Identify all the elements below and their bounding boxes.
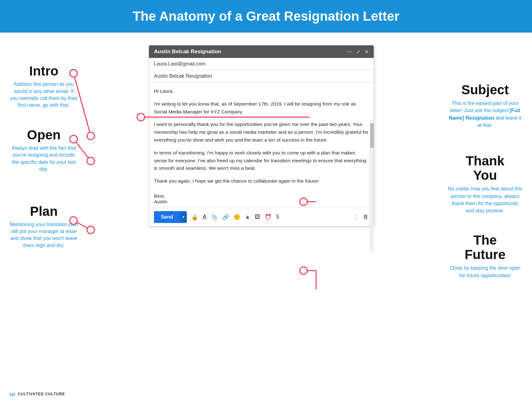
formatting-icon[interactable]: A [202,214,207,220]
future-label: The Future [448,233,523,262]
email-window: Austin Belcak Resignation — ⤢ ✕ Laura.La… [149,45,374,226]
email-para-2: I want to personally thank you for the o… [154,121,369,144]
logo-name: CULTIVATED CULTURE [18,392,65,396]
minimize-icon[interactable]: — [347,49,352,55]
email-subject-field[interactable]: Austin Belcak Resignation [149,70,374,82]
attach-icon[interactable]: 📎 [211,214,218,221]
scrollbar-thumb[interactable] [370,123,374,148]
close-icon[interactable]: ✕ [365,49,369,55]
logo-area: ∞ CULTIVATED CULTURE [9,389,65,399]
subject-label: Subject [448,83,523,97]
email-para-1: I'm writing to let you know that, as of … [154,100,369,116]
drive-icon[interactable]: ▲ [245,214,250,220]
email-title: Austin Belcak Resignation [154,49,221,55]
email-controls: — ⤢ ✕ [347,49,369,55]
email-para-4: Thank you again, I hope we get the chanc… [154,177,369,185]
right-sidebar: Subject This is the easiest part of your… [441,45,523,399]
subject-desc: This is the easiest part of your letter!… [448,100,523,129]
email-body-area: Hi Laura, I'm writing to let you know th… [149,82,374,208]
send-btn-group[interactable]: Send ▾ [154,211,187,223]
left-sidebar: Intro Address this person as you would i… [9,45,81,399]
scrollbar[interactable] [370,120,374,252]
svg-point-16 [300,267,307,274]
page-title: The Anatomy of a Great Resignation Lette… [6,9,526,24]
email-subject-value: Austin Belcak Resignation [154,73,212,79]
thankyou-section: Thank You No matter how you feel about t… [448,154,523,214]
subject-desc-plain: This is the easiest part of your letter!… [450,101,519,113]
email-body: Hi Laura, I'm writing to let you know th… [149,82,374,193]
link-icon[interactable]: 🔗 [222,214,229,221]
email-titlebar: Austin Belcak Resignation — ⤢ ✕ [149,45,374,58]
svg-point-2 [87,132,95,140]
email-toolbar: Send ▾ 🔒 A 📎 🔗 🙂 ▲ 🖼 ⏰ $ ⋮ 🗑 [149,208,374,226]
email-greeting: Hi Laura, [154,87,369,95]
more-icon[interactable]: ⋮ [353,214,359,221]
maximize-icon[interactable]: ⤢ [356,49,360,55]
email-to-value: Laura.Last@gmail.com [154,61,206,66]
trash-icon[interactable]: 🗑 [363,214,369,220]
intro-desc: Address this person as you would in any … [9,81,78,109]
thankyou-desc: No matter how you feel about this person… [448,185,523,214]
intro-label: Intro [9,64,78,78]
center-area: Austin Belcak Resignation — ⤢ ✕ Laura.La… [81,45,441,399]
plan-desc: Mentioning your transition plan will put… [9,221,78,249]
plan-label: Plan [9,204,78,219]
security-icon[interactable]: 🔒 [191,214,198,221]
send-button[interactable]: Send [154,211,180,223]
plan-section: Plan Mentioning your transition plan wil… [9,204,78,249]
dollar-icon[interactable]: $ [276,214,279,220]
svg-point-5 [87,157,95,165]
thankyou-label: Thank You [448,154,523,183]
page-header: The Anatomy of a Great Resignation Lette… [0,0,532,33]
logo-text: CULTIVATED CULTURE [18,392,65,396]
logo-icon: ∞ [9,389,15,399]
image-icon[interactable]: 🖼 [255,214,260,220]
future-section: The Future Close by keeping the door ope… [448,233,523,279]
open-desc: Always lead with the fact that you're re… [9,145,78,173]
subject-section: Subject This is the easiest part of your… [448,83,523,129]
email-to-field[interactable]: Laura.Last@gmail.com [149,58,374,70]
email-para-3: In terms of transitioning, I'm happy to … [154,149,369,172]
open-section: Open Always lead with the fact that you'… [9,128,78,173]
svg-point-8 [87,226,95,234]
send-dropdown-button[interactable]: ▾ [180,212,187,222]
main-content: Intro Address this person as you would i… [0,33,532,408]
svg-point-10 [137,113,145,121]
timer-icon[interactable]: ⏰ [265,214,272,221]
emoji-icon[interactable]: 🙂 [233,214,240,221]
intro-section: Intro Address this person as you would i… [9,64,78,109]
future-desc: Close by keeping the door open for futur… [448,264,523,279]
email-signature: Best, Austin [149,193,374,208]
open-label: Open [9,128,78,142]
